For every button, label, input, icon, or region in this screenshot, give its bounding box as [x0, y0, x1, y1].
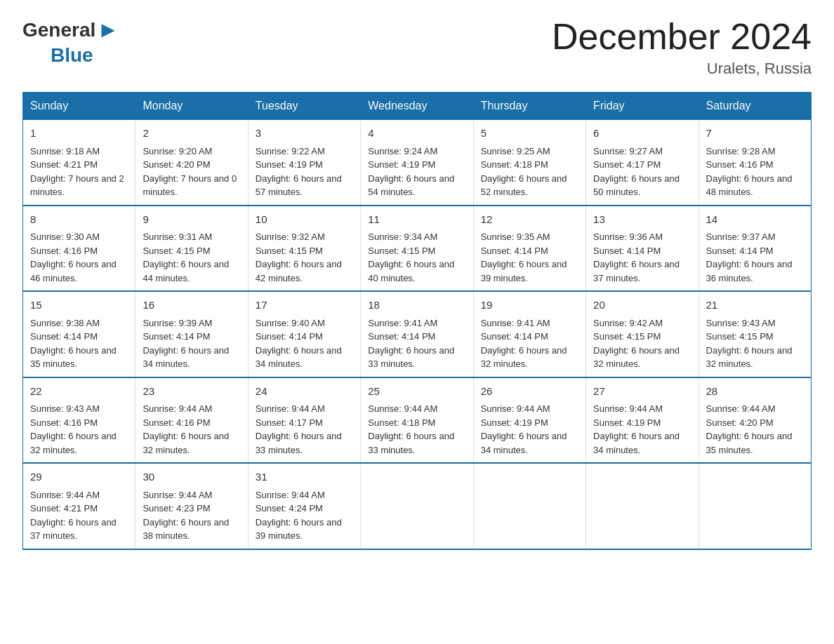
day-number: 18 — [368, 297, 465, 314]
day-info: Sunrise: 9:41 AMSunset: 4:14 PMDaylight:… — [368, 318, 454, 370]
calendar-cell: 21Sunrise: 9:43 AMSunset: 4:15 PMDayligh… — [699, 291, 811, 377]
calendar-cell: 26Sunrise: 9:44 AMSunset: 4:19 PMDayligh… — [473, 377, 585, 464]
calendar-cell: 10Sunrise: 9:32 AMSunset: 4:15 PMDayligh… — [248, 206, 360, 292]
calendar-cell: 4Sunrise: 9:24 AMSunset: 4:19 PMDaylight… — [361, 120, 473, 206]
header-saturday: Saturday — [699, 93, 811, 120]
day-info: Sunrise: 9:44 AMSunset: 4:21 PMDaylight:… — [30, 490, 117, 542]
calendar-cell: 9Sunrise: 9:31 AMSunset: 4:15 PMDaylight… — [135, 206, 248, 292]
logo-general-text: General — [22, 19, 95, 41]
logo-arrow-icon: ► — [97, 17, 119, 43]
calendar-cell: 5Sunrise: 9:25 AMSunset: 4:18 PMDaylight… — [473, 120, 585, 206]
day-info: Sunrise: 9:36 AMSunset: 4:14 PMDaylight:… — [593, 232, 680, 283]
day-info: Sunrise: 9:44 AMSunset: 4:19 PMDaylight:… — [593, 403, 680, 455]
day-info: Sunrise: 9:44 AMSunset: 4:24 PMDaylight:… — [256, 490, 342, 542]
header-sunday: Sunday — [23, 93, 135, 120]
day-info: Sunrise: 9:28 AMSunset: 4:16 PMDaylight:… — [706, 146, 793, 198]
day-info: Sunrise: 9:41 AMSunset: 4:14 PMDaylight:… — [481, 318, 567, 370]
day-info: Sunrise: 9:22 AMSunset: 4:19 PMDaylight:… — [256, 146, 342, 198]
day-info: Sunrise: 9:44 AMSunset: 4:20 PMDaylight:… — [706, 403, 793, 455]
calendar-cell: 16Sunrise: 9:39 AMSunset: 4:14 PMDayligh… — [135, 291, 248, 377]
day-number: 16 — [143, 297, 240, 314]
day-info: Sunrise: 9:35 AMSunset: 4:14 PMDaylight:… — [481, 232, 567, 283]
header-friday: Friday — [586, 93, 699, 120]
calendar-cell: 3Sunrise: 9:22 AMSunset: 4:19 PMDaylight… — [248, 120, 360, 206]
page-header: General ► Blue December 2024 Uralets, Ru… — [22, 17, 812, 78]
header-wednesday: Wednesday — [361, 93, 473, 120]
day-number: 28 — [706, 384, 804, 400]
day-info: Sunrise: 9:44 AMSunset: 4:19 PMDaylight:… — [481, 403, 567, 455]
day-number: 20 — [593, 297, 691, 314]
calendar-cell: 20Sunrise: 9:42 AMSunset: 4:15 PMDayligh… — [586, 291, 699, 377]
title-block: December 2024 Uralets, Russia — [552, 17, 812, 78]
calendar-cell: 31Sunrise: 9:44 AMSunset: 4:24 PMDayligh… — [248, 463, 360, 549]
day-number: 11 — [368, 212, 465, 228]
month-title: December 2024 — [552, 17, 812, 57]
day-number: 10 — [256, 212, 353, 228]
calendar-cell: 13Sunrise: 9:36 AMSunset: 4:14 PMDayligh… — [586, 206, 699, 292]
day-info: Sunrise: 9:18 AMSunset: 4:21 PMDaylight:… — [30, 146, 124, 198]
day-number: 31 — [256, 469, 353, 485]
day-info: Sunrise: 9:44 AMSunset: 4:23 PMDaylight:… — [143, 490, 229, 542]
calendar-cell — [699, 463, 811, 549]
day-info: Sunrise: 9:20 AMSunset: 4:20 PMDaylight:… — [143, 146, 237, 198]
day-number: 8 — [30, 212, 128, 228]
day-number: 4 — [368, 126, 465, 142]
day-info: Sunrise: 9:43 AMSunset: 4:15 PMDaylight:… — [706, 318, 793, 370]
day-info: Sunrise: 9:44 AMSunset: 4:16 PMDaylight:… — [143, 403, 229, 455]
calendar-cell: 14Sunrise: 9:37 AMSunset: 4:14 PMDayligh… — [699, 206, 811, 292]
calendar-cell: 18Sunrise: 9:41 AMSunset: 4:14 PMDayligh… — [361, 291, 473, 377]
calendar-cell: 28Sunrise: 9:44 AMSunset: 4:20 PMDayligh… — [699, 377, 811, 464]
day-info: Sunrise: 9:42 AMSunset: 4:15 PMDaylight:… — [593, 318, 680, 370]
day-info: Sunrise: 9:32 AMSunset: 4:15 PMDaylight:… — [256, 232, 342, 283]
day-info: Sunrise: 9:38 AMSunset: 4:14 PMDaylight:… — [30, 318, 117, 370]
day-number: 7 — [706, 126, 804, 142]
header-monday: Monday — [135, 93, 248, 120]
day-number: 25 — [368, 384, 465, 400]
calendar-cell — [361, 463, 473, 549]
calendar-cell: 7Sunrise: 9:28 AMSunset: 4:16 PMDaylight… — [699, 120, 811, 206]
location-text: Uralets, Russia — [552, 60, 812, 78]
calendar-cell: 30Sunrise: 9:44 AMSunset: 4:23 PMDayligh… — [135, 463, 248, 549]
day-number: 3 — [256, 126, 353, 142]
calendar-cell: 25Sunrise: 9:44 AMSunset: 4:18 PMDayligh… — [361, 377, 473, 464]
day-number: 13 — [593, 212, 691, 228]
week-row-5: 29Sunrise: 9:44 AMSunset: 4:21 PMDayligh… — [23, 463, 812, 549]
day-number: 6 — [593, 126, 691, 142]
calendar-cell: 8Sunrise: 9:30 AMSunset: 4:16 PMDaylight… — [23, 206, 135, 292]
header-thursday: Thursday — [473, 93, 585, 120]
day-info: Sunrise: 9:27 AMSunset: 4:17 PMDaylight:… — [593, 146, 680, 198]
logo: General ► Blue — [22, 17, 121, 67]
calendar-cell: 12Sunrise: 9:35 AMSunset: 4:14 PMDayligh… — [473, 206, 585, 292]
day-info: Sunrise: 9:40 AMSunset: 4:14 PMDaylight:… — [256, 318, 342, 370]
day-number: 17 — [256, 297, 353, 314]
day-number: 14 — [706, 212, 804, 228]
day-number: 27 — [593, 384, 691, 400]
day-number: 19 — [481, 297, 578, 314]
day-info: Sunrise: 9:43 AMSunset: 4:16 PMDaylight:… — [30, 403, 117, 455]
day-number: 1 — [30, 126, 128, 142]
calendar-cell: 2Sunrise: 9:20 AMSunset: 4:20 PMDaylight… — [135, 120, 248, 206]
calendar-cell — [473, 463, 585, 549]
calendar-cell: 11Sunrise: 9:34 AMSunset: 4:15 PMDayligh… — [361, 206, 473, 292]
calendar-header-row: SundayMondayTuesdayWednesdayThursdayFrid… — [23, 93, 812, 120]
week-row-4: 22Sunrise: 9:43 AMSunset: 4:16 PMDayligh… — [23, 377, 812, 464]
calendar-cell: 24Sunrise: 9:44 AMSunset: 4:17 PMDayligh… — [248, 377, 360, 464]
calendar-table: SundayMondayTuesdayWednesdayThursdayFrid… — [22, 92, 812, 550]
day-number: 12 — [481, 212, 578, 228]
calendar-cell: 27Sunrise: 9:44 AMSunset: 4:19 PMDayligh… — [586, 377, 699, 464]
calendar-cell: 23Sunrise: 9:44 AMSunset: 4:16 PMDayligh… — [135, 377, 248, 464]
day-info: Sunrise: 9:31 AMSunset: 4:15 PMDaylight:… — [143, 232, 229, 283]
day-number: 21 — [706, 297, 804, 314]
calendar-cell: 1Sunrise: 9:18 AMSunset: 4:21 PMDaylight… — [23, 120, 135, 206]
week-row-2: 8Sunrise: 9:30 AMSunset: 4:16 PMDaylight… — [23, 206, 812, 292]
calendar-cell: 22Sunrise: 9:43 AMSunset: 4:16 PMDayligh… — [23, 377, 135, 464]
day-number: 30 — [143, 469, 240, 485]
day-number: 24 — [256, 384, 353, 400]
week-row-3: 15Sunrise: 9:38 AMSunset: 4:14 PMDayligh… — [23, 291, 812, 377]
day-info: Sunrise: 9:34 AMSunset: 4:15 PMDaylight:… — [368, 232, 454, 283]
week-row-1: 1Sunrise: 9:18 AMSunset: 4:21 PMDaylight… — [23, 120, 812, 206]
header-tuesday: Tuesday — [248, 93, 360, 120]
day-number: 23 — [143, 384, 240, 400]
day-number: 22 — [30, 384, 128, 400]
day-number: 29 — [30, 469, 128, 485]
